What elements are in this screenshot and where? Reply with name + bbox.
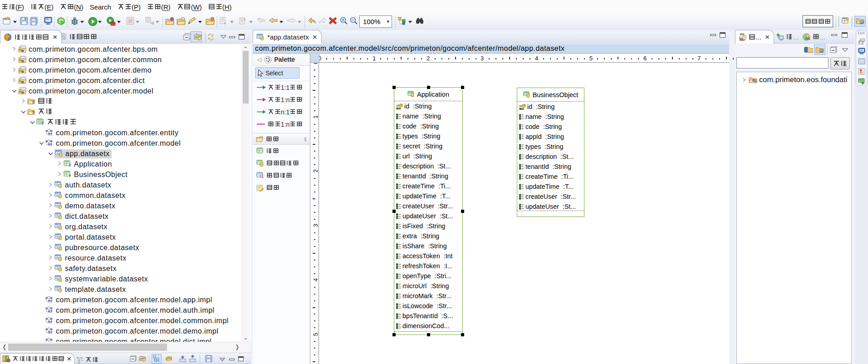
svg-text:?: ?: [50, 310, 53, 314]
svg-text:?: ?: [50, 320, 53, 324]
svg-text:?: ?: [50, 299, 53, 303]
svg-text:?: ?: [32, 110, 34, 115]
svg-text:?: ?: [32, 100, 34, 104]
svg-text:?: ?: [69, 163, 71, 167]
svg-text:?: ?: [50, 132, 53, 136]
svg-text:?: ?: [755, 80, 757, 84]
svg-text:?: ?: [50, 143, 53, 147]
svg-text:?: ?: [69, 174, 71, 178]
svg-text:?: ?: [41, 121, 44, 125]
svg-text:?: ?: [50, 330, 53, 334]
